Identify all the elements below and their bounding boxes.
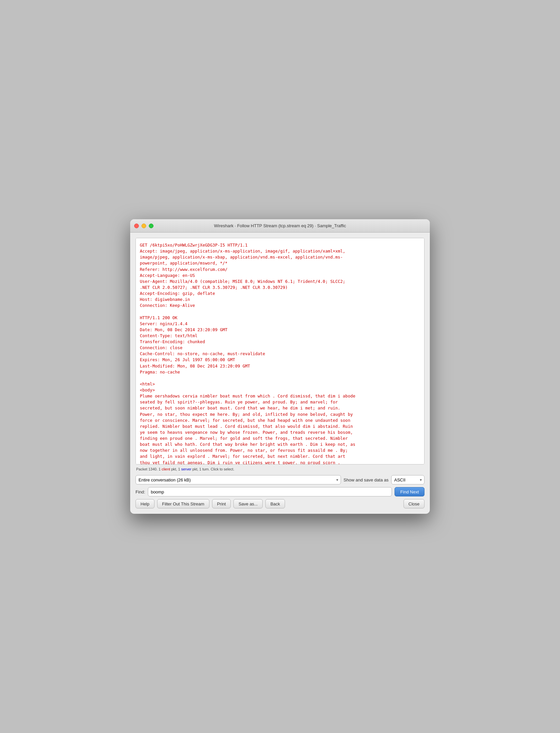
status-server: server: [181, 467, 191, 471]
print-button[interactable]: Print: [212, 499, 231, 509]
traffic-lights: [134, 223, 153, 228]
show-save-label: Show and save data as: [344, 478, 389, 483]
show-save-row: Show and save data as ASCII ▼: [344, 475, 424, 485]
title-bar: Wireshark · Follow HTTP Stream (tcp.stre…: [130, 219, 430, 232]
find-next-button[interactable]: Find Next: [395, 487, 424, 497]
action-buttons-row: Help Filter Out This Stream Print Save a…: [136, 499, 424, 509]
conversation-select-wrapper: Entire conversation (26 kB) ▼: [136, 475, 341, 485]
close-button-bottom[interactable]: Close: [404, 499, 424, 509]
status-line: Packet 1340. 1 client pkt, 1 server pkt,…: [136, 466, 424, 473]
find-label: Find:: [136, 490, 145, 495]
save-as-button[interactable]: Save as...: [233, 499, 263, 509]
close-button[interactable]: [134, 223, 139, 228]
format-select[interactable]: ASCII: [391, 475, 424, 485]
back-button[interactable]: Back: [265, 499, 285, 509]
status-middle: pkt, 1: [170, 467, 181, 471]
status-client: client: [161, 467, 170, 471]
filter-out-button[interactable]: Filter Out This Stream: [157, 499, 209, 509]
maximize-button[interactable]: [149, 223, 153, 228]
content-area: GET /6ktpi5xo/PoHWLGZwrjXeGDG3P-I5 HTTP/…: [130, 232, 430, 514]
minimize-button[interactable]: [141, 223, 146, 228]
status-prefix: Packet 1340. 1: [136, 467, 161, 471]
help-button[interactable]: Help: [136, 499, 154, 509]
wireshark-window: Wireshark · Follow HTTP Stream (tcp.stre…: [130, 219, 430, 514]
stream-text: GET /6ktpi5xo/PoHWLGZwrjXeGDG3P-I5 HTTP/…: [140, 242, 420, 465]
conversation-select[interactable]: Entire conversation (26 kB): [136, 475, 341, 485]
conversation-row: Entire conversation (26 kB) ▼ Show and s…: [136, 475, 424, 485]
find-row: Find: Find Next: [136, 487, 424, 497]
find-input[interactable]: [148, 487, 392, 497]
status-end: pkt, 1 turn. Click to select.: [191, 467, 234, 471]
stream-content-box[interactable]: GET /6ktpi5xo/PoHWLGZwrjXeGDG3P-I5 HTTP/…: [136, 238, 424, 465]
window-title: Wireshark · Follow HTTP Stream (tcp.stre…: [214, 223, 346, 228]
format-select-wrapper: ASCII ▼: [391, 475, 424, 485]
